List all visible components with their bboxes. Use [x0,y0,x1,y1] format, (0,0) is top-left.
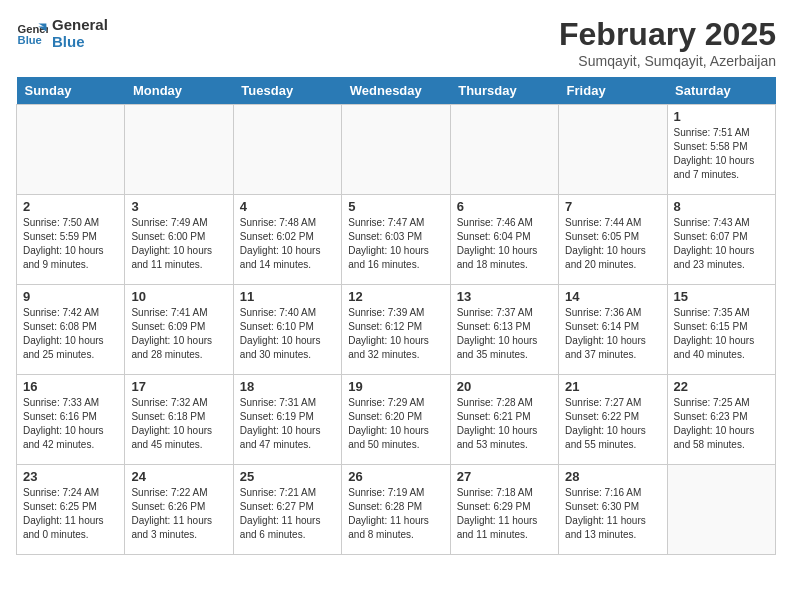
day-number: 16 [23,379,118,394]
day-number: 8 [674,199,769,214]
week-row-0: 1Sunrise: 7:51 AM Sunset: 5:58 PM Daylig… [17,105,776,195]
calendar-header: SundayMondayTuesdayWednesdayThursdayFrid… [17,77,776,105]
header-tuesday: Tuesday [233,77,341,105]
day-cell: 25Sunrise: 7:21 AM Sunset: 6:27 PM Dayli… [233,465,341,555]
day-info: Sunrise: 7:31 AM Sunset: 6:19 PM Dayligh… [240,396,335,452]
day-number: 11 [240,289,335,304]
day-info: Sunrise: 7:32 AM Sunset: 6:18 PM Dayligh… [131,396,226,452]
day-info: Sunrise: 7:27 AM Sunset: 6:22 PM Dayligh… [565,396,660,452]
day-cell [125,105,233,195]
day-number: 21 [565,379,660,394]
day-number: 1 [674,109,769,124]
day-info: Sunrise: 7:37 AM Sunset: 6:13 PM Dayligh… [457,306,552,362]
day-cell: 2Sunrise: 7:50 AM Sunset: 5:59 PM Daylig… [17,195,125,285]
day-number: 14 [565,289,660,304]
day-info: Sunrise: 7:19 AM Sunset: 6:28 PM Dayligh… [348,486,443,542]
header-monday: Monday [125,77,233,105]
header-saturday: Saturday [667,77,775,105]
day-number: 26 [348,469,443,484]
day-cell: 17Sunrise: 7:32 AM Sunset: 6:18 PM Dayli… [125,375,233,465]
svg-text:Blue: Blue [18,34,42,46]
day-cell: 1Sunrise: 7:51 AM Sunset: 5:58 PM Daylig… [667,105,775,195]
day-cell [17,105,125,195]
day-info: Sunrise: 7:51 AM Sunset: 5:58 PM Dayligh… [674,126,769,182]
logo-blue: Blue [52,33,108,50]
day-number: 17 [131,379,226,394]
day-cell [559,105,667,195]
day-number: 6 [457,199,552,214]
day-cell: 18Sunrise: 7:31 AM Sunset: 6:19 PM Dayli… [233,375,341,465]
week-row-1: 2Sunrise: 7:50 AM Sunset: 5:59 PM Daylig… [17,195,776,285]
day-cell: 19Sunrise: 7:29 AM Sunset: 6:20 PM Dayli… [342,375,450,465]
month-title: February 2025 [559,16,776,53]
day-info: Sunrise: 7:29 AM Sunset: 6:20 PM Dayligh… [348,396,443,452]
day-number: 13 [457,289,552,304]
day-cell: 21Sunrise: 7:27 AM Sunset: 6:22 PM Dayli… [559,375,667,465]
day-number: 23 [23,469,118,484]
day-cell: 14Sunrise: 7:36 AM Sunset: 6:14 PM Dayli… [559,285,667,375]
day-info: Sunrise: 7:50 AM Sunset: 5:59 PM Dayligh… [23,216,118,272]
header-thursday: Thursday [450,77,558,105]
day-number: 2 [23,199,118,214]
day-info: Sunrise: 7:41 AM Sunset: 6:09 PM Dayligh… [131,306,226,362]
location-subtitle: Sumqayit, Sumqayit, Azerbaijan [559,53,776,69]
day-cell [667,465,775,555]
header-sunday: Sunday [17,77,125,105]
day-info: Sunrise: 7:33 AM Sunset: 6:16 PM Dayligh… [23,396,118,452]
day-info: Sunrise: 7:46 AM Sunset: 6:04 PM Dayligh… [457,216,552,272]
day-number: 5 [348,199,443,214]
day-number: 7 [565,199,660,214]
day-cell [450,105,558,195]
day-cell: 24Sunrise: 7:22 AM Sunset: 6:26 PM Dayli… [125,465,233,555]
day-cell: 5Sunrise: 7:47 AM Sunset: 6:03 PM Daylig… [342,195,450,285]
day-cell: 15Sunrise: 7:35 AM Sunset: 6:15 PM Dayli… [667,285,775,375]
week-row-4: 23Sunrise: 7:24 AM Sunset: 6:25 PM Dayli… [17,465,776,555]
day-cell: 4Sunrise: 7:48 AM Sunset: 6:02 PM Daylig… [233,195,341,285]
day-cell: 8Sunrise: 7:43 AM Sunset: 6:07 PM Daylig… [667,195,775,285]
day-info: Sunrise: 7:40 AM Sunset: 6:10 PM Dayligh… [240,306,335,362]
week-row-2: 9Sunrise: 7:42 AM Sunset: 6:08 PM Daylig… [17,285,776,375]
day-info: Sunrise: 7:25 AM Sunset: 6:23 PM Dayligh… [674,396,769,452]
day-cell: 13Sunrise: 7:37 AM Sunset: 6:13 PM Dayli… [450,285,558,375]
day-cell: 11Sunrise: 7:40 AM Sunset: 6:10 PM Dayli… [233,285,341,375]
day-number: 27 [457,469,552,484]
day-cell: 16Sunrise: 7:33 AM Sunset: 6:16 PM Dayli… [17,375,125,465]
day-info: Sunrise: 7:24 AM Sunset: 6:25 PM Dayligh… [23,486,118,542]
day-number: 19 [348,379,443,394]
day-number: 25 [240,469,335,484]
day-info: Sunrise: 7:35 AM Sunset: 6:15 PM Dayligh… [674,306,769,362]
day-info: Sunrise: 7:21 AM Sunset: 6:27 PM Dayligh… [240,486,335,542]
day-number: 20 [457,379,552,394]
logo-general: General [52,16,108,33]
day-info: Sunrise: 7:44 AM Sunset: 6:05 PM Dayligh… [565,216,660,272]
day-number: 18 [240,379,335,394]
day-info: Sunrise: 7:39 AM Sunset: 6:12 PM Dayligh… [348,306,443,362]
day-number: 10 [131,289,226,304]
day-number: 22 [674,379,769,394]
day-info: Sunrise: 7:47 AM Sunset: 6:03 PM Dayligh… [348,216,443,272]
day-cell: 28Sunrise: 7:16 AM Sunset: 6:30 PM Dayli… [559,465,667,555]
day-number: 3 [131,199,226,214]
day-info: Sunrise: 7:48 AM Sunset: 6:02 PM Dayligh… [240,216,335,272]
day-cell: 3Sunrise: 7:49 AM Sunset: 6:00 PM Daylig… [125,195,233,285]
day-cell: 10Sunrise: 7:41 AM Sunset: 6:09 PM Dayli… [125,285,233,375]
day-info: Sunrise: 7:22 AM Sunset: 6:26 PM Dayligh… [131,486,226,542]
day-number: 28 [565,469,660,484]
day-info: Sunrise: 7:28 AM Sunset: 6:21 PM Dayligh… [457,396,552,452]
day-cell: 26Sunrise: 7:19 AM Sunset: 6:28 PM Dayli… [342,465,450,555]
day-info: Sunrise: 7:42 AM Sunset: 6:08 PM Dayligh… [23,306,118,362]
day-number: 9 [23,289,118,304]
day-info: Sunrise: 7:16 AM Sunset: 6:30 PM Dayligh… [565,486,660,542]
day-cell: 22Sunrise: 7:25 AM Sunset: 6:23 PM Dayli… [667,375,775,465]
day-info: Sunrise: 7:36 AM Sunset: 6:14 PM Dayligh… [565,306,660,362]
day-info: Sunrise: 7:43 AM Sunset: 6:07 PM Dayligh… [674,216,769,272]
day-number: 12 [348,289,443,304]
day-cell: 6Sunrise: 7:46 AM Sunset: 6:04 PM Daylig… [450,195,558,285]
day-cell [342,105,450,195]
day-cell: 9Sunrise: 7:42 AM Sunset: 6:08 PM Daylig… [17,285,125,375]
day-info: Sunrise: 7:18 AM Sunset: 6:29 PM Dayligh… [457,486,552,542]
day-cell: 20Sunrise: 7:28 AM Sunset: 6:21 PM Dayli… [450,375,558,465]
day-info: Sunrise: 7:49 AM Sunset: 6:00 PM Dayligh… [131,216,226,272]
day-cell [233,105,341,195]
calendar-table: SundayMondayTuesdayWednesdayThursdayFrid… [16,77,776,555]
